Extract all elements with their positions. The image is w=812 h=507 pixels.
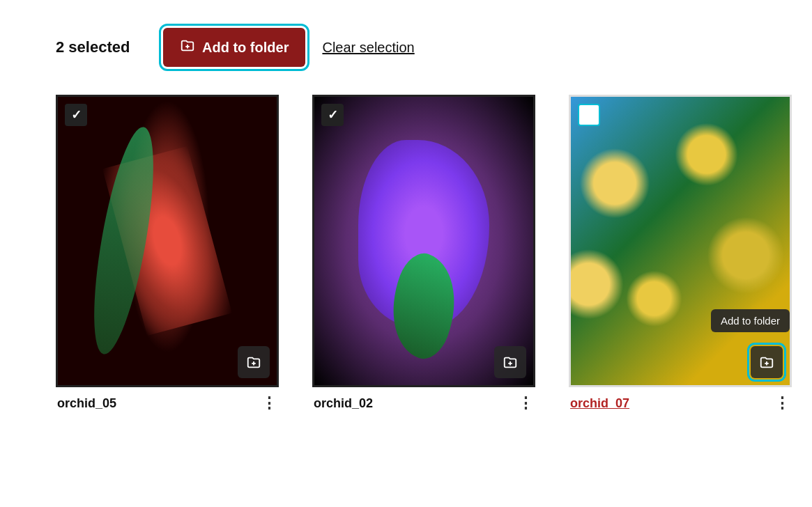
image-frame-orchid02[interactable]: ✓ <box>312 95 535 387</box>
card-label-orchid05: orchid_05 <box>57 396 116 411</box>
orchid-yellow-image <box>571 97 790 385</box>
clear-selection-button[interactable]: Clear selection <box>322 40 414 56</box>
image-card: Add to folder orchid_07 ⋮ <box>569 95 792 411</box>
card-label-row-orchid02: orchid_02 ⋮ <box>312 396 535 411</box>
image-frame-orchid07[interactable]: Add to folder <box>569 95 792 387</box>
image-orchid02 <box>314 97 533 385</box>
add-to-folder-btn-orchid05[interactable] <box>238 346 270 378</box>
card-label-orchid02: orchid_02 <box>314 396 373 411</box>
card-label-row-orchid07: orchid_07 ⋮ <box>569 396 792 411</box>
image-card: ✓ orchid_02 ⋮ <box>312 95 535 411</box>
page-container: 2 selected Add to folder Clear selection <box>0 0 812 439</box>
image-frame-orchid05[interactable]: ✓ <box>56 95 279 387</box>
add-folder-icon <box>180 38 195 57</box>
orchid-purple-image <box>314 97 533 385</box>
more-menu-orchid07[interactable]: ⋮ <box>774 396 790 411</box>
more-menu-orchid05[interactable]: ⋮ <box>261 396 277 411</box>
checkmark-icon: ✓ <box>328 107 338 123</box>
add-to-folder-btn-orchid07[interactable]: Add to folder <box>751 346 783 378</box>
card-label-orchid07[interactable]: orchid_07 <box>570 396 629 411</box>
checkmark-icon: ✓ <box>71 107 82 123</box>
add-to-folder-tooltip: Add to folder <box>711 309 790 332</box>
image-orchid05 <box>58 97 277 385</box>
toolbar: 2 selected Add to folder Clear selection <box>56 28 756 67</box>
add-to-folder-btn-orchid02[interactable] <box>494 346 526 378</box>
card-label-row-orchid05: orchid_05 ⋮ <box>56 396 279 411</box>
orchid-red-image <box>58 97 277 385</box>
add-to-folder-label: Add to folder <box>202 40 289 56</box>
selected-count: 2 selected <box>56 38 146 56</box>
image-orchid07 <box>571 97 790 385</box>
image-grid: ✓ orchid_05 ⋮ <box>56 95 756 411</box>
select-checkbox-orchid05[interactable]: ✓ <box>65 104 87 126</box>
add-to-folder-button[interactable]: Add to folder <box>163 28 305 67</box>
select-checkbox-orchid02[interactable]: ✓ <box>321 104 344 126</box>
image-card: ✓ orchid_05 ⋮ <box>56 95 279 411</box>
select-checkbox-orchid07[interactable] <box>578 104 600 126</box>
more-menu-orchid02[interactable]: ⋮ <box>518 396 534 411</box>
